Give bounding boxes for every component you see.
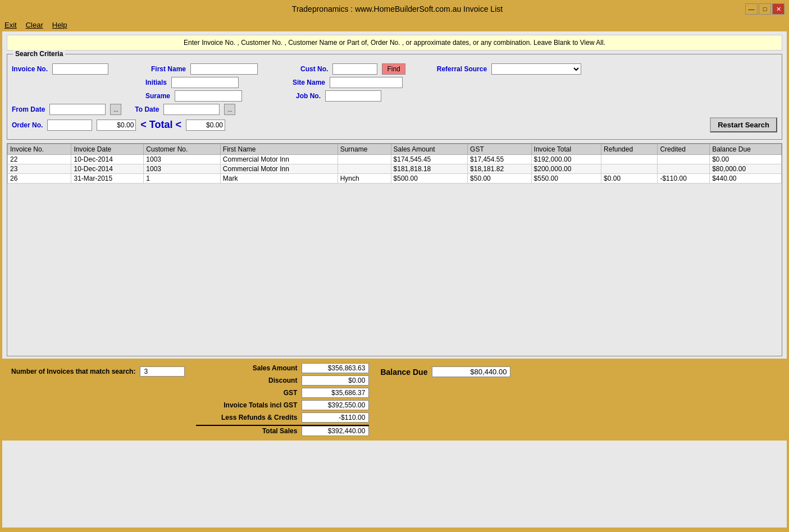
order-no-label: Order No. <box>12 121 43 129</box>
table-cell: $500.00 <box>391 174 468 184</box>
table-cell: Hynch <box>338 174 391 184</box>
table-cell: -$110.00 <box>658 174 710 184</box>
col-header-surname: Surname <box>338 144 391 155</box>
table-cell <box>601 164 658 174</box>
table-cell: $80,000.00 <box>710 164 782 174</box>
table-row[interactable]: 2310-Dec-20141003Commercial Motor Inn$18… <box>8 164 782 174</box>
site-name-input[interactable] <box>330 77 403 88</box>
instruction-bar: Enter Invoice No. , Customer No. , Custo… <box>7 35 782 51</box>
less-refunds-value <box>302 412 369 423</box>
main-content: Enter Invoice No. , Customer No. , Custo… <box>2 31 787 528</box>
table-cell: $181,818.18 <box>391 164 468 174</box>
table-cell: $0.00 <box>601 174 658 184</box>
invoice-no-input[interactable] <box>52 63 108 75</box>
table-cell: 10-Dec-2014 <box>71 164 144 174</box>
table-cell: $18,181.82 <box>468 164 532 174</box>
to-date-label: To Date <box>135 106 159 113</box>
table-row[interactable]: 2631-Mar-20151MarkHynch$500.00$50.00$550… <box>8 174 782 184</box>
col-header-invoice-no: Invoice No. <box>8 144 71 155</box>
footer-balance-section: Balance Due <box>380 363 510 377</box>
gst-value <box>302 388 369 398</box>
col-header-gst: GST <box>468 144 532 155</box>
menu-clear[interactable]: Clear <box>26 21 43 29</box>
balance-due-label: Balance Due <box>380 368 427 377</box>
initials-label: Initials <box>145 79 167 86</box>
window-title: Tradepronamics : www.HomeBuilderSoft.com… <box>49 4 745 13</box>
total-sales-label: Total Sales <box>196 427 297 435</box>
search-criteria-legend: Search Criteria <box>13 50 65 58</box>
col-header-refunded: Refunded <box>601 144 658 155</box>
window-controls: — □ ✕ <box>745 3 785 15</box>
table-cell: $192,000.00 <box>531 155 601 164</box>
referral-source-select[interactable] <box>491 63 581 75</box>
total-sales-row: Total Sales <box>196 425 369 436</box>
menu-help[interactable]: Help <box>52 21 67 29</box>
invoice-totals-label: Invoice Totals incl GST <box>196 401 297 409</box>
from-date-browse-button[interactable]: ... <box>110 104 121 115</box>
minimize-button[interactable]: — <box>745 3 758 15</box>
table-cell: $200,000.00 <box>531 164 601 174</box>
table-cell: Commercial Motor Inn <box>220 164 338 174</box>
footer-totals-section: Sales Amount Discount GST Invoice Totals… <box>196 363 369 436</box>
table-cell: Mark <box>220 174 338 184</box>
table-cell: $174,545.45 <box>391 155 468 164</box>
surname-label: Surame <box>145 92 170 100</box>
maximize-button[interactable]: □ <box>759 3 771 15</box>
col-header-invoice-date: Invoice Date <box>71 144 144 155</box>
close-button[interactable]: ✕ <box>772 3 785 15</box>
table-cell: $440.00 <box>710 174 782 184</box>
restart-search-button[interactable]: Restart Search <box>710 117 777 132</box>
table-cell <box>658 155 710 164</box>
less-refunds-row: Less Refunds & Credits <box>196 412 369 423</box>
search-criteria-box: Search Criteria Invoice No. First Name C… <box>7 54 782 140</box>
footer-match-section: Number of Invoices that match search: <box>11 363 185 377</box>
job-no-input[interactable] <box>325 90 381 102</box>
col-header-customer-no: Customer No. <box>144 144 221 155</box>
table-cell: 10-Dec-2014 <box>71 155 144 164</box>
table-cell: 22 <box>8 155 71 164</box>
less-refunds-label: Less Refunds & Credits <box>196 414 297 421</box>
first-name-label: First Name <box>151 65 186 73</box>
table-cell: 1003 <box>144 164 221 174</box>
table-cell <box>601 155 658 164</box>
total-label: < Total < <box>140 119 181 131</box>
table-cell <box>658 164 710 174</box>
total-min-input[interactable] <box>97 120 136 131</box>
surname-input[interactable] <box>175 90 242 102</box>
invoice-totals-value <box>302 400 369 410</box>
menu-bar: Exit Clear Help <box>0 18 789 31</box>
gst-row: GST <box>196 388 369 398</box>
first-name-input[interactable] <box>190 63 258 75</box>
table-row[interactable]: 2210-Dec-20141003Commercial Motor Inn$17… <box>8 155 782 164</box>
table-cell: 26 <box>8 174 71 184</box>
table-cell: $17,454.55 <box>468 155 532 164</box>
col-header-credited: Credited <box>658 144 710 155</box>
invoice-no-label: Invoice No. <box>12 65 48 73</box>
match-count-input[interactable] <box>140 366 185 377</box>
col-header-first-name: First Name <box>220 144 338 155</box>
invoice-table-container: Invoice No. Invoice Date Customer No. Fi… <box>7 143 782 356</box>
total-sales-value <box>302 426 369 436</box>
sales-amount-row: Sales Amount <box>196 363 369 373</box>
match-label: Number of Invoices that match search: <box>11 368 135 375</box>
table-cell: Commercial Motor Inn <box>220 155 338 164</box>
referral-source-label: Referral Source <box>437 65 487 73</box>
menu-exit[interactable]: Exit <box>4 21 17 29</box>
initials-input[interactable] <box>171 77 239 88</box>
col-header-balance-due: Balance Due <box>710 144 782 155</box>
to-date-browse-button[interactable]: ... <box>224 104 235 115</box>
title-bar: Tradepronamics : www.HomeBuilderSoft.com… <box>0 0 789 18</box>
order-no-input[interactable] <box>47 120 92 131</box>
job-no-label: Job No. <box>296 92 321 100</box>
invoice-totals-row: Invoice Totals incl GST <box>196 400 369 410</box>
from-date-input[interactable] <box>49 104 106 115</box>
table-cell: $50.00 <box>468 174 532 184</box>
to-date-input[interactable] <box>163 104 220 115</box>
total-max-input[interactable] <box>186 120 225 131</box>
cust-no-input[interactable] <box>332 63 377 75</box>
table-cell: 23 <box>8 164 71 174</box>
table-cell: $550.00 <box>531 174 601 184</box>
table-cell: 1 <box>144 174 221 184</box>
table-cell: 1003 <box>144 155 221 164</box>
find-button[interactable]: Find <box>382 63 405 75</box>
